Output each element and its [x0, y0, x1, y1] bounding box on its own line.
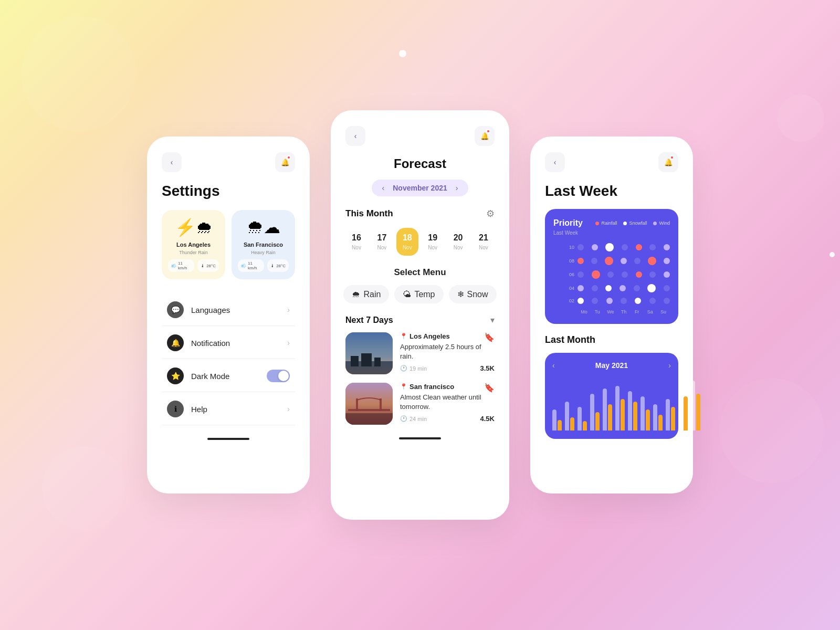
settings-item-help[interactable]: ℹ Help › [162, 393, 295, 425]
bookmark-button-sf[interactable]: 🔖 [484, 383, 495, 393]
priority-subtitle: Last Week [553, 230, 670, 236]
cal-day-month: Nov [454, 245, 463, 250]
cal-day-num: 16 [352, 233, 361, 243]
svg-rect-3 [361, 353, 372, 366]
x-label-su: Su [657, 309, 670, 314]
bar-chart-prev-button[interactable]: ‹ [552, 361, 555, 370]
lastweek-notification-dot [670, 155, 674, 160]
chart-dot [592, 298, 598, 304]
cal-day-20[interactable]: 20 Nov [447, 228, 469, 256]
snowfall-label: Snowfall [629, 220, 647, 226]
chart-dot [636, 244, 642, 250]
cal-day-18[interactable]: 18 Nov [396, 228, 418, 256]
dot-row-dots [578, 270, 670, 279]
menu-option-rain[interactable]: 🌧 Rain [343, 285, 389, 303]
location-icon: 📍 [400, 333, 407, 340]
notification-dot [287, 155, 291, 160]
bar-group [691, 381, 700, 430]
chart-dot [592, 270, 600, 279]
forecast-item-la: 📍 Los Angeles 🔖 Approximately 2.5 hours … [345, 332, 495, 374]
cal-day-num: 19 [428, 233, 437, 243]
chart-dot [592, 244, 598, 250]
lastweek-card: ‹ 🔔 Last Week Priority Rainfall Snowfall [530, 136, 693, 494]
forecast-item-top2: 📍 San francisco 🔖 [400, 383, 495, 393]
x-label-th: Th [617, 309, 630, 314]
forecast-meta-sf: 🕐 24 min 4.5K [400, 415, 495, 423]
settings-item-notification[interactable]: 🔔 Notification › [162, 327, 295, 359]
chart-dot [578, 244, 584, 250]
chart-dot [607, 271, 614, 278]
bar-orange [583, 421, 587, 430]
rainfall-label: Rainfall [601, 220, 617, 226]
chart-dot [591, 258, 597, 264]
cal-day-21[interactable]: 21 Nov [472, 228, 495, 256]
bar-group [552, 410, 562, 430]
weather-widget-la[interactable]: ⚡🌧 Los Angeles Thunder Rain 💨11 km/h 🌡28… [162, 210, 225, 279]
bookmark-button-la[interactable]: 🔖 [484, 332, 495, 342]
month-prev-button[interactable]: ‹ [382, 184, 385, 192]
chart-dot [649, 244, 656, 250]
settings-menu: 💬 Languages › 🔔 Notification › ⭐ Dark Mo… [162, 294, 295, 425]
dot-chart: 10 08 [553, 243, 670, 314]
month-next-button[interactable]: › [456, 184, 458, 192]
bar-orange [684, 396, 688, 430]
cal-day-num: 21 [479, 233, 488, 243]
weather-widget-sf[interactable]: 🌨☁ San Francisco Heavy Rain 💨11 km/h 🌡28… [232, 210, 295, 279]
weather-desc-la: Thunder Rain [179, 250, 208, 255]
cal-day-17[interactable]: 17 Nov [371, 228, 393, 256]
menu-option-snow[interactable]: ❄ Snow [449, 285, 497, 303]
forecast-loc-la: 📍 Los Angeles [400, 332, 450, 340]
forecast-count-la: 3.5K [480, 364, 495, 372]
weather-city-la: Los Angeles [176, 242, 211, 248]
bar-group [628, 391, 637, 430]
languages-icon: 💬 [167, 301, 184, 318]
cal-day-19[interactable]: 19 Nov [422, 228, 444, 256]
snow-icon: ❄ [457, 289, 464, 299]
forecast-item-top: 📍 Los Angeles 🔖 [400, 332, 495, 342]
forecast-bell-button[interactable]: 🔔 [475, 126, 495, 146]
dot-row-label: 10 [565, 245, 574, 250]
bar-orange [646, 410, 650, 430]
dot-row-label: 06 [565, 272, 574, 277]
chart-dot [648, 257, 656, 265]
bar-white [653, 404, 657, 430]
chart-dot [606, 298, 613, 304]
bar-orange [671, 407, 675, 430]
chart-dot [664, 258, 670, 264]
darkmode-toggle[interactable] [267, 370, 290, 382]
forecast-image-la [345, 332, 393, 374]
month-navigator: ‹ November 2021 › [372, 180, 469, 196]
collapse-button[interactable]: ▾ [490, 315, 495, 325]
forecast-back-button[interactable]: ‹ [345, 126, 365, 146]
menu-option-temp[interactable]: 🌤 Temp [394, 285, 443, 303]
weather-temp-la: 🌡28°C [197, 259, 219, 272]
x-label-we: We [604, 309, 617, 314]
filter-button[interactable]: ⚙ [486, 208, 495, 219]
dot-row-06: 06 [565, 270, 670, 279]
temp-icon: 🌤 [403, 290, 411, 299]
forecast-image-sf [345, 383, 393, 425]
snow-label: Snow [467, 290, 488, 299]
bar-white [640, 396, 645, 430]
settings-back-button[interactable]: ‹ [162, 152, 182, 172]
bar-chart-next-button[interactable]: › [668, 361, 671, 370]
settings-item-languages[interactable]: 💬 Languages › [162, 294, 295, 326]
dot-row-label: 08 [565, 258, 574, 264]
dot-row-label: 04 [565, 286, 574, 291]
cal-day-16[interactable]: 16 Nov [345, 228, 368, 256]
lastweek-bell-button[interactable]: 🔔 [658, 152, 678, 172]
lastweek-back-icon: ‹ [554, 158, 556, 166]
forecast-city-sf: San francisco [410, 383, 454, 391]
bar-group [640, 396, 650, 430]
bar-white [628, 391, 632, 430]
lastweek-back-button[interactable]: ‹ [545, 152, 565, 172]
forecast-notification-dot [486, 129, 490, 133]
bar-orange [595, 412, 600, 430]
chart-dot [578, 298, 584, 304]
chart-dot [634, 285, 640, 291]
svg-rect-6 [348, 409, 390, 411]
settings-bell-button[interactable]: 🔔 [275, 152, 295, 172]
settings-item-darkmode[interactable]: ⭐ Dark Mode [162, 360, 295, 392]
next7-header: Next 7 Days ▾ [345, 315, 495, 325]
forecast-info-sf: 📍 San francisco 🔖 Almost Clean weather u… [400, 383, 495, 423]
